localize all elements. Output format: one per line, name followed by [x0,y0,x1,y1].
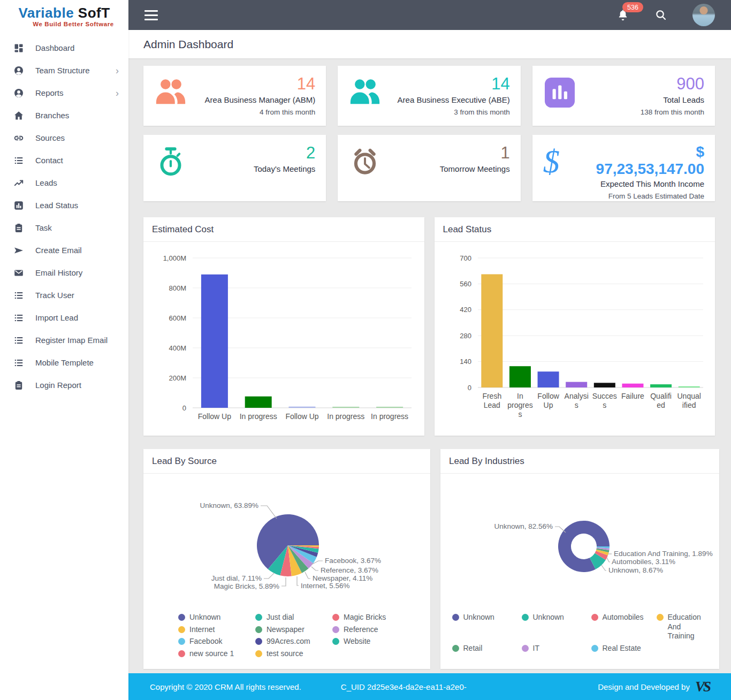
legend-item-newspaper[interactable]: Newspaper [255,625,318,635]
sidebar-item-task[interactable]: Task [0,217,128,239]
svg-text:Internet, 5.56%: Internet, 5.56% [301,582,350,590]
svg-text:s: s [603,401,607,409]
legend-color-dot [178,614,185,621]
legend-item-automobiles[interactable]: Automobiles [591,613,643,641]
sidebar-item-lead-status[interactable]: Lead Status [0,194,128,217]
sidebar-item-label: Lead Status [35,201,78,210]
legend-color-dot [255,638,262,645]
stat-label: Total Leads [641,95,704,104]
svg-text:Failure: Failure [621,392,644,400]
svg-text:280: 280 [460,332,472,340]
brand-logo[interactable]: Variable SofT We Build Better Software [0,0,128,29]
home-icon [14,111,24,120]
chart-icon [14,201,24,210]
legend-item-unknown[interactable]: Unknown [178,613,241,622]
legend-item-unknown[interactable]: Unknown [452,613,508,641]
svg-text:Up: Up [544,401,553,409]
title-strip: Admin Dashboard [128,30,731,58]
panel-lead-status: Lead Status 0140280420560700FreshLeadInp… [435,217,715,436]
svg-text:800M: 800M [169,284,186,292]
footer-copyright: Copyright © 2020 CRM All rights reserved… [150,682,301,691]
legend-color-dot [332,626,339,633]
topbar: 536 [128,0,731,30]
stat-card-todays-meetings: 2Today's Meetings [143,135,326,201]
legend-item-facebook[interactable]: Facebook [178,637,241,646]
svg-text:560: 560 [460,280,472,288]
legend-color-dot [255,650,262,657]
sidebar-item-login-report[interactable]: Login Report [0,374,128,397]
sidebar-item-track-user[interactable]: Track User [0,284,128,307]
legend-item-new-source-1[interactable]: new source 1 [178,649,241,659]
legend-item-it[interactable]: IT [522,644,577,653]
svg-text:700: 700 [460,254,472,262]
sidebar-item-label: Login Report [35,381,81,390]
sidebar-item-label: Email History [35,268,82,277]
list-icon [14,291,24,300]
sidebar-item-label: Dashboard [35,43,74,52]
app-root: Variable SofT We Build Better Software D… [0,0,731,700]
sidebar-item-branches[interactable]: Branches [0,104,128,127]
legend-label: Internet [189,625,215,635]
legend-item-test-source[interactable]: test source [255,649,318,659]
legend-label: Website [344,637,370,646]
stat-sublabel: 3 from this month [398,108,510,116]
sidebar-item-email-history[interactable]: Email History [0,262,128,284]
sidebar-item-sources[interactable]: Sources [0,127,128,149]
legend-item-reference[interactable]: Reference [332,625,395,635]
list-icon [14,313,24,323]
legend-item-internet[interactable]: Internet [178,625,241,635]
stat-sublabel: From 5 Leads Estimated Date [587,192,704,200]
sidebar-item-dashboard[interactable]: Dashboard [0,37,128,59]
svg-text:200M: 200M [169,374,186,382]
svg-text:Follow Up: Follow Up [285,412,318,421]
svg-text:Lead: Lead [484,401,500,409]
dashboard-icon [14,43,24,53]
stats-grid: 14Area Business Manager (ABM)4 from this… [143,66,715,201]
legend-item-real-estate[interactable]: Real Estate [591,644,643,653]
svg-text:Just dial, 7.11%: Just dial, 7.11% [211,574,262,582]
svg-text:1,000M: 1,000M [163,254,186,262]
svg-text:420: 420 [460,306,472,314]
legend-item-retail[interactable]: Retail [452,644,508,653]
stat-label: Tomorrow Meetings [440,164,510,173]
panel-lead-by-source: Lead By Source Unknown, 63.89%Facebook, … [143,449,430,669]
notifications-button[interactable]: 536 [616,9,629,21]
svg-text:In progress: In progress [239,412,277,421]
panel-lead-by-industries: Lead By Industries Unknown, 82.56%Educat… [440,449,719,669]
legend-color-dot [178,626,185,633]
pie-charts-row: Lead By Source Unknown, 63.89%Facebook, … [143,449,715,669]
legend-label: Real Estate [603,644,641,653]
stat-sublabel: 4 from this month [205,108,316,116]
legend-color-dot [591,645,598,652]
brand-name: Variable SofT [3,5,125,21]
footer: Copyright © 2020 CRM All rights reserved… [128,673,731,700]
menu-toggle-button[interactable] [142,8,160,22]
legend-color-dot [522,645,529,652]
sidebar-item-label: Leads [35,178,57,187]
svg-text:Education And Training, 1.89%: Education And Training, 1.89% [614,550,713,558]
legend-color-dot [178,638,185,645]
search-button[interactable] [655,9,667,21]
svg-text:0: 0 [468,384,471,392]
sidebar-item-reports[interactable]: Reports› [0,82,128,104]
panel-title-estimated-cost: Estimated Cost [143,217,424,242]
sidebar-item-import-lead[interactable]: Import Lead [0,307,128,329]
legend-item-website[interactable]: Website [332,637,395,646]
sidebar-item-team-structure[interactable]: Team Structure› [0,59,128,82]
svg-text:Unknown, 63.89%: Unknown, 63.89% [200,501,258,509]
legend-color-dot [255,626,262,633]
sidebar-item-contact[interactable]: Contact [0,149,128,172]
clipboard-icon [14,223,24,233]
legend-item-magic-bricks[interactable]: Magic Bricks [332,613,395,622]
sidebar-item-register-imap-email[interactable]: Register Imap Email [0,329,128,352]
sidebar-item-leads[interactable]: Leads [0,172,128,194]
legend-item-just-dial[interactable]: Just dial [255,613,318,622]
stat-label: Area Business Executive (ABE) [398,95,510,104]
user-avatar[interactable] [692,4,715,26]
legend-item-education-and-training[interactable]: Education And Training [657,613,708,641]
sidebar-item-mobile-templete[interactable]: Mobile Templete [0,352,128,374]
legend-item-99acres-com[interactable]: 99Acres.com [255,637,318,646]
sidebar-item-create-email[interactable]: Create Email [0,239,128,262]
legend-item-unknown[interactable]: Unknown [522,613,577,641]
barsTile-icon [543,78,588,108]
